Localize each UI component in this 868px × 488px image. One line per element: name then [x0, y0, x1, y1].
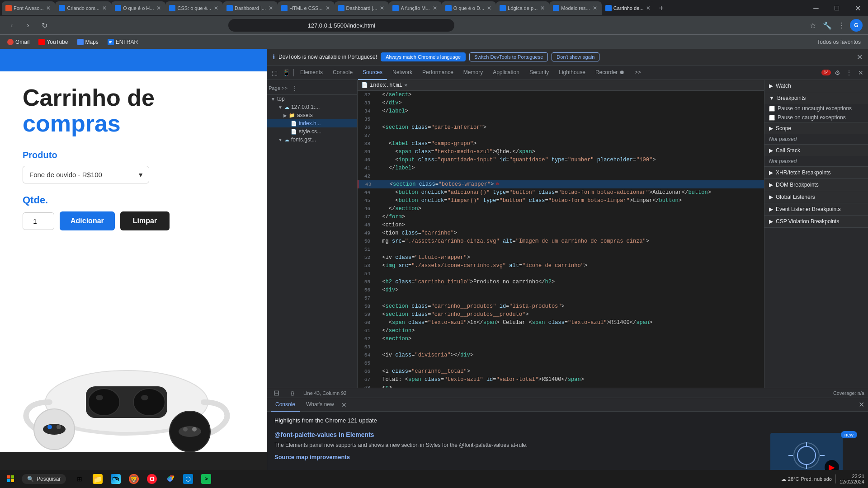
quantity-input[interactable] — [23, 212, 54, 230]
tab-close-icon[interactable]: ✕ — [539, 4, 546, 12]
always-match-button[interactable]: Always match Chrome's language — [381, 52, 466, 61]
whats-new-close-icon[interactable]: ✕ — [341, 401, 347, 408]
console-tab-console[interactable]: Console — [271, 398, 300, 412]
taskbar-store[interactable]: 🛍 — [108, 471, 124, 487]
tree-item-top[interactable]: ▼ top — [267, 95, 357, 103]
tab-close-icon[interactable]: ✕ — [432, 4, 438, 12]
tab-htmlcss[interactable]: HTML e CSS... ✕ — [278, 1, 335, 15]
taskbar-chrome[interactable] — [162, 471, 178, 487]
limpar-button[interactable]: Limpar — [120, 211, 170, 230]
tab-modelo[interactable]: Modelo res... ✕ — [549, 1, 602, 15]
switch-devtools-button[interactable]: Switch DevTools to Portuguese — [469, 52, 548, 61]
bookmark-button[interactable]: ☆ — [807, 19, 819, 32]
taskbar-task-view[interactable]: ⊞ — [71, 471, 88, 487]
tab-memory[interactable]: Memory — [459, 66, 487, 80]
pause-uncaught-checkbox[interactable] — [769, 106, 775, 112]
tab-close-icon[interactable]: ✕ — [213, 4, 219, 12]
tab-close-icon[interactable]: ✕ — [645, 4, 651, 12]
more-tabs-button[interactable]: >> — [630, 66, 646, 80]
tab-criando[interactable]: Criando com... ✕ — [55, 1, 111, 15]
notification-close-icon[interactable]: ✕ — [857, 53, 863, 61]
maximize-button[interactable]: □ — [826, 0, 847, 16]
tree-item-style[interactable]: 📄 style.cs... — [267, 127, 357, 136]
device-icon[interactable]: 📱 — [281, 67, 292, 78]
more-button[interactable]: ⋮ — [835, 19, 848, 32]
dom-header[interactable]: ▶ DOM Breakpoints — [764, 179, 868, 191]
tree-item-index[interactable]: 📄 index.h... — [267, 119, 357, 127]
xhr-header[interactable]: ▶ XHR/fetch Breakpoints — [764, 167, 868, 178]
tab-sources[interactable]: Sources — [358, 66, 387, 80]
address-input[interactable] — [228, 19, 454, 32]
csp-header[interactable]: ▶ CSP Violation Breakpoints — [764, 216, 868, 227]
tab-elements[interactable]: Elements — [296, 66, 327, 80]
file-tree-icon[interactable]: Page — [269, 83, 280, 94]
close-button[interactable]: ✕ — [847, 0, 868, 16]
tab-dashboard2[interactable]: Dashboard |... ✕ — [335, 1, 389, 15]
tab-close-icon[interactable]: ✕ — [592, 4, 598, 12]
code-editor[interactable]: 📄 index.html ✕ 32 </select> 33 </div> 34… — [358, 80, 764, 388]
more-icon[interactable]: ⋮ — [844, 67, 854, 78]
dont-show-again-button[interactable]: Don't show again — [552, 52, 599, 61]
file-tree-more-icon[interactable]: ⋮ — [289, 83, 300, 94]
tab-html[interactable]: O que é o H... ✕ — [111, 1, 165, 15]
js-icon[interactable]: {} — [287, 388, 298, 399]
pause-caught-checkbox[interactable] — [769, 115, 775, 121]
bookmark-gmail[interactable]: Gmail — [4, 38, 33, 46]
call-stack-header[interactable]: ▶ Call Stack — [764, 145, 868, 156]
tab-carrinho[interactable]: Carrinho de... ✕ — [602, 1, 656, 15]
console-close-icon[interactable]: ✕ — [859, 400, 864, 409]
tab-console[interactable]: Console — [328, 66, 357, 80]
tab-oque[interactable]: O que é o D... ✕ — [442, 1, 496, 15]
tab-close-icon[interactable]: ✕ — [101, 4, 108, 12]
tab-close-icon[interactable]: ✕ — [379, 4, 385, 12]
tab-close-icon[interactable]: ✕ — [268, 4, 274, 12]
tab-performance[interactable]: Performance — [418, 66, 458, 80]
tab-network[interactable]: Network — [388, 66, 417, 80]
new-tab-button[interactable]: + — [655, 2, 667, 15]
inspect-icon[interactable]: ⬚ — [269, 67, 280, 78]
tab-security[interactable]: Security — [525, 66, 553, 80]
extensions-button[interactable]: 🔧 — [821, 19, 834, 32]
console-tab-whatsnew[interactable]: What's new — [302, 398, 339, 412]
tab-font-awesome[interactable]: Font Aweso... ✕ — [2, 1, 55, 15]
taskbar-terminal[interactable]: > — [198, 471, 214, 487]
profile-button[interactable]: G — [850, 19, 863, 32]
watch-header[interactable]: ▶ Watch — [764, 80, 868, 92]
tree-item-fonts[interactable]: ▼ ☁ fonts.gst... — [267, 136, 357, 144]
taskbar-search[interactable]: 🔍 Pesquisar — [22, 474, 66, 484]
tab-dashboard1[interactable]: Dashboard |... ✕ — [223, 1, 278, 15]
reload-button[interactable]: ↻ — [38, 19, 51, 32]
event-header[interactable]: ▶ Event Listener Breakpoints — [764, 203, 868, 215]
bookmark-entrar[interactable]: m ENTRAR — [104, 38, 142, 46]
scope-header[interactable]: ▶ Scope — [764, 122, 868, 134]
taskbar-opera[interactable]: O — [144, 471, 160, 487]
tree-item-assets[interactable]: ▶ 📁 assets — [267, 111, 357, 119]
tab-css[interactable]: CSS: o que é... ✕ — [165, 1, 223, 15]
console-drawer-icon[interactable]: ⊟ — [271, 388, 282, 399]
tab-close-icon[interactable]: ✕ — [45, 4, 52, 12]
taskbar-brave[interactable]: 🦁 — [126, 471, 142, 487]
all-bookmarks[interactable]: Todos os favoritos — [813, 38, 864, 46]
adicionar-button[interactable]: Adicionar — [60, 211, 115, 230]
close-devtools-icon[interactable]: ✕ — [855, 67, 866, 78]
breakpoints-header[interactable]: ▼ Breakpoints — [764, 92, 868, 104]
taskbar-explorer[interactable]: 📁 — [90, 471, 106, 487]
forward-button[interactable]: › — [22, 19, 34, 32]
bookmark-maps[interactable]: Maps — [74, 38, 102, 46]
minimize-button[interactable]: ─ — [806, 0, 826, 16]
tree-item-127[interactable]: ▼ ☁ 127.0.0.1:... — [267, 103, 357, 111]
product-select[interactable]: Fone de ouvido - R$100 Celular - R$1400 — [23, 166, 149, 183]
tab-funcao[interactable]: A função M... ✕ — [389, 1, 441, 15]
tab-recorder[interactable]: Recorder ⏺ — [591, 66, 629, 80]
tab-lighthouse[interactable]: Lighthouse — [554, 66, 590, 80]
tab-close-icon[interactable]: ✕ — [325, 4, 331, 12]
tab-application[interactable]: Application — [488, 66, 524, 80]
settings-icon[interactable]: ⚙ — [832, 67, 843, 78]
taskbar-vscode[interactable]: ⬡ — [180, 471, 196, 487]
back-button[interactable]: ‹ — [5, 19, 18, 32]
product-select-wrapper[interactable]: Fone de ouvido - R$100 Celular - R$1400 … — [23, 166, 149, 183]
global-header[interactable]: ▶ Global Listeners — [764, 191, 868, 203]
tab-close-icon[interactable]: ✕ — [156, 4, 162, 12]
start-button[interactable] — [4, 474, 18, 484]
bookmark-youtube[interactable]: YouTube — [35, 38, 71, 46]
